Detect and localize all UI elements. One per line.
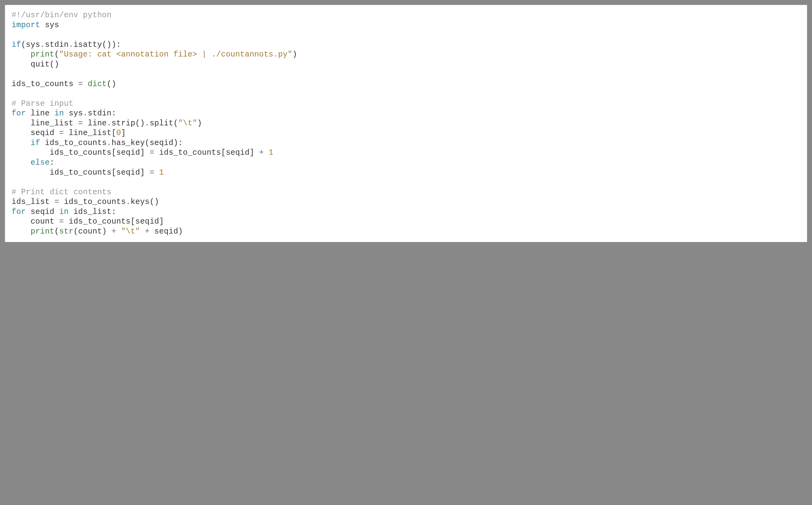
code-line — [12, 30, 800, 40]
code-token-keyword: import — [12, 21, 40, 30]
code-token-operator: = — [150, 148, 154, 157]
code-token-operator: . — [145, 119, 150, 128]
code-token-default: line — [83, 119, 107, 128]
code-token-string: "\t" — [121, 227, 140, 236]
code-line: for seqid in ids_list: — [12, 207, 800, 217]
code-token-operator: + — [259, 148, 264, 157]
code-token-paren: ( — [54, 227, 59, 236]
code-token-operator: + — [111, 227, 116, 236]
code-token-keyword: if — [12, 40, 21, 49]
code-token-paren: ( — [54, 50, 59, 59]
code-token-default: quit() — [12, 60, 59, 69]
code-line: line_list = line.strip().split("\t") — [12, 119, 800, 129]
code-token-default: line_list[ — [64, 129, 116, 138]
code-token-operator: = — [59, 217, 64, 226]
code-token-paren: (count) — [73, 227, 111, 236]
code-token-default — [12, 227, 31, 236]
code-token-default: : — [50, 158, 55, 167]
code-token-default: ] — [121, 129, 126, 138]
code-token-default — [83, 79, 88, 89]
code-token-builtin: str — [59, 227, 73, 236]
code-token-default: seqid — [26, 207, 59, 216]
code-token-default: line_list — [12, 119, 78, 128]
code-token-operator: = — [78, 119, 83, 128]
code-line: import sys — [12, 20, 800, 30]
code-token-operator: . — [107, 119, 111, 128]
code-line: else: — [12, 158, 800, 168]
code-token-paren: () — [107, 79, 116, 89]
code-line: if(sys.stdin.isatty()): — [12, 40, 800, 50]
code-token-default: ids_list: — [68, 207, 116, 216]
code-token-paren: ) — [292, 50, 297, 59]
code-token-default: ids_to_counts[seqid] — [12, 168, 150, 177]
code-token-operator: . — [83, 109, 88, 118]
code-token-default — [116, 227, 121, 236]
code-token-default: count — [12, 217, 59, 226]
code-token-number: 0 — [116, 129, 121, 138]
code-token-keyword: in — [54, 109, 64, 118]
code-token-comment: # Print dict contents — [12, 188, 111, 197]
code-line: count = ids_to_counts[seqid] — [12, 217, 800, 227]
code-token-keyword: for — [12, 207, 26, 216]
code-token-keyword: if — [31, 139, 40, 147]
code-token-default — [12, 50, 31, 59]
code-token-default: sys — [40, 21, 59, 30]
code-token-comment: # Parse input — [12, 99, 73, 108]
code-token-default: sys — [64, 109, 83, 118]
code-token-string: "\t" — [178, 119, 197, 128]
code-token-operator: = — [78, 79, 83, 89]
code-token-number: 1 — [159, 168, 164, 177]
code-token-default: ids_to_counts[seqid] — [64, 217, 164, 226]
code-token-default: isatty()): — [73, 40, 121, 49]
code-line: ids_list = ids_to_counts.keys() — [12, 197, 800, 207]
code-token-paren: (sys — [21, 40, 40, 49]
code-token-operator: + — [145, 227, 150, 236]
code-token-default — [264, 148, 269, 157]
code-line: ids_to_counts[seqid] = ids_to_counts[seq… — [12, 148, 800, 158]
code-line: print("Usage: cat <annotation file> | ./… — [12, 50, 800, 60]
code-token-operator: . — [68, 40, 73, 49]
code-token-builtin: print — [31, 50, 55, 59]
code-line: ids_to_counts[seqid] = 1 — [12, 168, 800, 178]
code-token-default: ids_list — [12, 197, 54, 206]
code-token-default: seqid) — [150, 227, 183, 236]
code-token-string: "Usage: cat <annotation file> | ./counta… — [59, 50, 292, 59]
code-line — [12, 89, 800, 99]
code-token-default: strip() — [111, 119, 145, 128]
code-token-number: 1 — [269, 148, 273, 157]
code-token-default — [154, 168, 159, 177]
code-token-default: ids_to_counts — [12, 79, 78, 89]
code-token-default — [12, 139, 31, 147]
code-token-operator: = — [150, 168, 154, 177]
code-token-default: stdin — [45, 40, 69, 49]
code-token-default — [140, 227, 145, 236]
code-token-keyword: else — [31, 158, 50, 167]
code-token-default — [12, 158, 31, 167]
code-line: if ids_to_counts.has_key(seqid): — [12, 138, 800, 148]
code-line: ids_to_counts = dict() — [12, 79, 800, 89]
code-token-keyword: for — [12, 109, 26, 118]
code-line: seqid = line_list[0] — [12, 128, 800, 138]
code-block: #!/usr/bin/env pythonimport sys if(sys.s… — [5, 5, 807, 242]
code-token-paren: ) — [197, 119, 202, 128]
code-line: print(str(count) + "\t" + seqid) — [12, 227, 800, 237]
code-token-default: line — [26, 109, 54, 118]
code-token-default: split( — [150, 119, 178, 128]
code-token-default: ids_to_counts — [40, 139, 107, 147]
code-token-operator: = — [54, 197, 59, 206]
code-token-default: keys() — [131, 197, 159, 206]
code-token-operator: . — [126, 197, 131, 206]
code-token-operator: = — [59, 129, 64, 138]
code-token-default: ids_to_counts — [59, 197, 126, 206]
code-token-builtin: dict — [88, 79, 107, 89]
code-token-default: ids_to_counts[seqid] — [154, 148, 259, 157]
code-line — [12, 178, 800, 187]
code-token-keyword: in — [59, 207, 68, 216]
code-token-default: seqid — [12, 129, 59, 138]
code-token-comment: #!/usr/bin/env python — [12, 11, 111, 20]
code-token-default: stdin: — [88, 109, 116, 118]
code-line: #!/usr/bin/env python — [12, 10, 800, 20]
code-line — [12, 69, 800, 79]
code-line: # Print dict contents — [12, 187, 800, 197]
code-line: # Parse input — [12, 99, 800, 109]
